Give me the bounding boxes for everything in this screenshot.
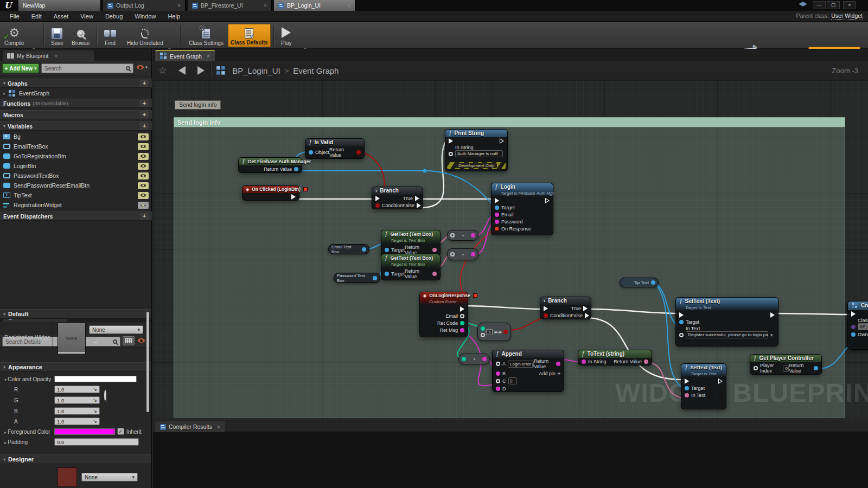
node-totext-string[interactable]: ƒToText (string) In String Return Value xyxy=(578,350,652,365)
close-icon[interactable]: × xyxy=(264,3,267,9)
find-button[interactable]: Find xyxy=(102,24,118,47)
output-pin[interactable] xyxy=(482,357,487,361)
eye-icon[interactable] xyxy=(138,133,149,140)
tab-event-graph[interactable]: Event Graph × xyxy=(155,50,215,61)
password-pin[interactable] xyxy=(495,220,499,224)
return-value-pin[interactable] xyxy=(432,272,437,276)
close-icon[interactable]: × xyxy=(207,53,210,59)
designer-dropdown[interactable]: None ▾ xyxy=(81,473,138,481)
node-settext-2[interactable]: ƒSetText (Text) Target is Text Target In… xyxy=(681,363,726,409)
true-exec-pin[interactable] xyxy=(415,196,419,201)
add-graph-button[interactable]: + xyxy=(140,80,149,87)
node-gettext-password[interactable]: ƒGetText (Text Box) Target is Text Box T… xyxy=(381,254,441,280)
exec-out-pin[interactable] xyxy=(545,198,550,203)
eye-icon[interactable] xyxy=(138,163,149,170)
browse-to-asset-icon[interactable] xyxy=(104,390,106,401)
in-string-pin[interactable] xyxy=(582,359,586,364)
input-pin[interactable] xyxy=(450,233,455,237)
menu-window[interactable]: Window xyxy=(129,13,161,20)
node-is-valid[interactable]: ƒIs Valid Object Return Value xyxy=(305,138,365,159)
on-response-pin[interactable] xyxy=(495,227,499,231)
g-value-field[interactable]: 1.0↘ xyxy=(54,396,100,404)
target-pin[interactable] xyxy=(495,206,499,210)
back-arrow-icon[interactable] xyxy=(178,66,186,75)
tab-my-blueprint[interactable]: My Blueprint × xyxy=(3,50,94,61)
breadcrumb-root[interactable]: BP_Login_UI xyxy=(232,66,280,75)
variable-row-emailtextbox[interactable]: EmailTextBox xyxy=(0,142,152,151)
menu-asset[interactable]: Asset xyxy=(48,13,74,20)
input-pin[interactable] xyxy=(462,357,466,361)
in-string-field[interactable]: Auth Manager is null! xyxy=(455,150,503,157)
property-matrix-button[interactable] xyxy=(123,336,135,345)
eye-icon[interactable] xyxy=(138,143,149,150)
d-pin[interactable] xyxy=(496,387,500,391)
details-scrollbar[interactable] xyxy=(146,312,149,412)
condition-pin[interactable] xyxy=(544,313,548,318)
eye-closed-icon[interactable] xyxy=(138,202,149,209)
class-pin[interactable] xyxy=(851,325,856,329)
true-exec-pin[interactable] xyxy=(583,306,588,311)
variable-row-bg[interactable]: Bg xyxy=(0,132,152,142)
section-variables[interactable]: ▾ Variables + xyxy=(0,121,152,131)
node-settext-1[interactable]: ƒSetText (Text) Target is Text Target In… xyxy=(675,297,778,346)
return-value-pin[interactable] xyxy=(644,359,648,364)
node-password-text-box-variable[interactable]: Password Text Box xyxy=(334,273,380,283)
doc-tab-bp-firestore[interactable]: BP_Firestore_UI × xyxy=(188,0,272,11)
a-pin[interactable] xyxy=(496,362,500,366)
doc-tab-newmap[interactable]: NewMap xyxy=(18,0,101,11)
input-b-pin[interactable] xyxy=(481,333,485,337)
hide-unrelated-button[interactable]: Hide Unrelated xyxy=(125,24,165,47)
close-icon[interactable]: × xyxy=(217,424,220,430)
node-login[interactable]: ƒLogin Target is Firebase Auth Mgr Targe… xyxy=(491,183,553,235)
output-pin[interactable] xyxy=(362,247,366,252)
registration-widget-dropdown[interactable]: None ▾ xyxy=(89,325,143,334)
eye-icon[interactable] xyxy=(138,153,149,160)
variable-row-passwordtextbox[interactable]: PasswordTextBox xyxy=(0,171,152,181)
exec-out-pin[interactable] xyxy=(718,378,723,384)
node-text-to-string-1[interactable] xyxy=(447,230,478,241)
event-graph-canvas[interactable]: Send login info Send login info WIDGET B… xyxy=(153,80,868,420)
variable-row-loginbtn[interactable]: LoginBtn xyxy=(0,161,152,171)
tab-compiler-results[interactable]: Compiler Results × xyxy=(155,421,225,432)
section-event-dispatchers[interactable]: Event Dispatchers + xyxy=(0,211,152,221)
add-function-button[interactable]: + xyxy=(140,100,149,107)
ret-code-pin[interactable] xyxy=(460,321,464,325)
player-index-field[interactable]: 0 xyxy=(783,365,789,372)
node-equal-enum[interactable]: a == xyxy=(477,323,511,341)
target-pin[interactable] xyxy=(679,320,684,324)
false-exec-pin[interactable] xyxy=(585,313,589,318)
output-pin[interactable] xyxy=(471,252,475,256)
play-button[interactable]: Play xyxy=(279,24,293,47)
c-field[interactable]: ]: xyxy=(508,377,517,384)
details-section-default[interactable]: ▾ Default xyxy=(0,309,151,319)
asset-thumbnail[interactable]: None xyxy=(58,323,86,354)
email-pin[interactable] xyxy=(460,314,464,318)
output-pin[interactable] xyxy=(373,276,377,280)
eye-icon[interactable] xyxy=(138,172,149,179)
add-pin-button[interactable]: Add pin xyxy=(539,371,560,376)
menu-file[interactable]: File xyxy=(4,13,25,20)
inherit-checkbox[interactable]: ✓ xyxy=(117,428,124,435)
doc-tab-output-log[interactable]: Output Log × xyxy=(103,0,186,11)
class-field[interactable]: BP_W xyxy=(858,323,868,330)
node-text-to-string-2[interactable] xyxy=(447,248,478,260)
result-pin[interactable] xyxy=(503,330,508,334)
in-text-pin[interactable] xyxy=(685,393,689,397)
compile-button[interactable]: ⚙ ✓ Compile xyxy=(2,24,27,47)
browse-button[interactable]: Browse xyxy=(69,24,92,47)
use-selected-icon[interactable]: ← xyxy=(92,337,99,345)
add-dispatcher-button[interactable]: + xyxy=(140,213,149,220)
color-opacity-swatch[interactable] xyxy=(54,376,137,382)
tree-item-eventgraph[interactable]: ▸ EventGraph xyxy=(0,88,152,98)
section-macros[interactable]: Macros + xyxy=(0,110,152,119)
return-value-pin[interactable] xyxy=(814,366,818,370)
add-macro-button[interactable]: + xyxy=(140,111,149,118)
return-value-pin[interactable] xyxy=(432,248,437,252)
exec-in-pin[interactable] xyxy=(679,312,684,318)
a-field[interactable]: Login error [ xyxy=(508,361,534,368)
return-value-pin[interactable] xyxy=(356,150,361,155)
exec-out-pin[interactable] xyxy=(460,306,464,312)
node-branch-1[interactable]: ‹Branch True Condition False xyxy=(372,187,423,209)
close-icon[interactable]: × xyxy=(177,3,181,9)
close-icon[interactable]: × xyxy=(54,53,58,59)
